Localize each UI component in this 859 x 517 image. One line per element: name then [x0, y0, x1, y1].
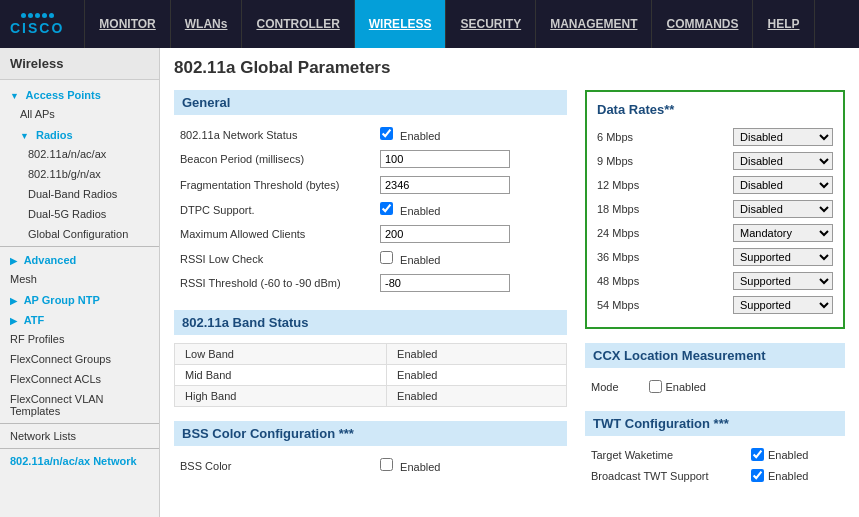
twt-section: TWT Configuration *** Target Waketime En… — [585, 411, 845, 486]
band-row-low: Low Band Enabled — [175, 344, 567, 365]
bss-color-form: BSS Color Enabled — [174, 454, 567, 477]
general-header: General — [174, 90, 567, 115]
nav-wlans[interactable]: WLANs — [171, 0, 243, 48]
field-label-rssi-low: RSSI Low Check — [174, 247, 374, 270]
rate-label-12: 12 Mbps — [597, 179, 667, 191]
rate-row-12: 12 Mbps DisabledMandatorySupported — [597, 173, 833, 197]
checkbox-ccx-mode[interactable] — [649, 380, 662, 393]
band-status-high: Enabled — [387, 386, 567, 407]
checkbox-target-waketime[interactable] — [751, 448, 764, 461]
rate-select-48[interactable]: DisabledMandatorySupported — [733, 272, 833, 290]
nav-help[interactable]: HELP — [753, 0, 814, 48]
page-title: 802.11a Global Parameters — [174, 58, 845, 78]
field-value-rssi-low: Enabled — [374, 247, 567, 270]
triangle-icon: ▼ — [10, 91, 19, 101]
sidebar-item-80211b[interactable]: 802.11b/g/n/ax — [0, 164, 159, 184]
input-max-clients[interactable] — [380, 225, 510, 243]
sidebar-item-radios[interactable]: ▼ Radios — [0, 124, 159, 144]
input-fragmentation[interactable] — [380, 176, 510, 194]
checkbox-dtpc[interactable] — [380, 202, 393, 215]
rate-label-18: 18 Mbps — [597, 203, 667, 215]
band-label-low: Low Band — [175, 344, 387, 365]
bss-color-value: Enabled — [374, 454, 567, 477]
band-row-high: High Band Enabled — [175, 386, 567, 407]
rate-row-48: 48 Mbps DisabledMandatorySupported — [597, 269, 833, 293]
sidebar-item-all-aps[interactable]: All APs — [0, 104, 159, 124]
sidebar-section: ▼ Access Points All APs ▼ Radios 802.11a… — [0, 80, 159, 475]
rate-select-12[interactable]: DisabledMandatorySupported — [733, 176, 833, 194]
nav-menu: MONITOR WLANs CONTROLLER WIRELESS SECURI… — [84, 0, 859, 48]
rate-select-18[interactable]: DisabledMandatorySupported — [733, 200, 833, 218]
band-label-high: High Band — [175, 386, 387, 407]
rate-row-9: 9 Mbps DisabledMandatorySupported — [597, 149, 833, 173]
rate-select-6[interactable]: DisabledMandatorySupported — [733, 128, 833, 146]
sidebar-item-rf-profiles[interactable]: RF Profiles — [0, 329, 159, 349]
twt-label-broadcast: Broadcast TWT Support — [591, 470, 751, 482]
band-status-mid: Enabled — [387, 365, 567, 386]
twt-header: TWT Configuration *** — [585, 411, 845, 436]
field-rssi-threshold: RSSI Threshold (-60 to -90 dBm) — [174, 270, 567, 296]
sidebar-item-flexconnect-groups[interactable]: FlexConnect Groups — [0, 349, 159, 369]
twt-row-broadcast: Broadcast TWT Support Enabled — [585, 465, 845, 486]
triangle-icon-radios: ▼ — [20, 131, 29, 141]
data-rates-box: Data Rates** 6 Mbps DisabledMandatorySup… — [585, 90, 845, 329]
label-rssi-low: Enabled — [400, 254, 440, 266]
main-layout: Wireless ▼ Access Points All APs ▼ Radio… — [0, 48, 859, 517]
sidebar-item-ap-group-ntp[interactable]: ▶ AP Group NTP — [0, 289, 159, 309]
sidebar-item-flexconnect-vlan[interactable]: FlexConnect VLAN Templates — [0, 389, 159, 421]
input-rssi-threshold[interactable] — [380, 274, 510, 292]
sidebar-item-atf[interactable]: ▶ ATF — [0, 309, 159, 329]
checkbox-broadcast-twt[interactable] — [751, 469, 764, 482]
rate-select-36[interactable]: DisabledMandatorySupported — [733, 248, 833, 266]
field-value-max-clients — [374, 221, 567, 247]
bss-color-header: BSS Color Configuration *** — [174, 421, 567, 446]
field-label-network-status: 802.11a Network Status — [174, 123, 374, 146]
label-bss-color: Enabled — [400, 461, 440, 473]
twt-row-target: Target Waketime Enabled — [585, 444, 845, 465]
nav-monitor[interactable]: MONITOR — [84, 0, 170, 48]
general-form: 802.11a Network Status Enabled Beacon Pe… — [174, 123, 567, 296]
rate-row-18: 18 Mbps DisabledMandatorySupported — [597, 197, 833, 221]
rate-select-9[interactable]: DisabledMandatorySupported — [733, 152, 833, 170]
two-col-layout: General 802.11a Network Status Enabled B… — [174, 90, 845, 500]
band-status-low: Enabled — [387, 344, 567, 365]
nav-controller[interactable]: CONTROLLER — [242, 0, 354, 48]
sidebar-item-mesh[interactable]: Mesh — [0, 269, 159, 289]
band-row-mid: Mid Band Enabled — [175, 365, 567, 386]
cisco-dots — [21, 13, 54, 18]
sidebar-item-dual-5g[interactable]: Dual-5G Radios — [0, 204, 159, 224]
field-value-network-status: Enabled — [374, 123, 567, 146]
rate-select-24[interactable]: DisabledMandatorySupported — [733, 224, 833, 242]
input-beacon[interactable] — [380, 150, 510, 168]
nav-security[interactable]: SECURITY — [446, 0, 536, 48]
sidebar-item-network-lists[interactable]: Network Lists — [0, 426, 159, 446]
checkbox-rssi-low[interactable] — [380, 251, 393, 264]
checkbox-network-status[interactable] — [380, 127, 393, 140]
triangle-icon-ntp: ▶ — [10, 296, 17, 306]
sidebar-item-80211a[interactable]: 802.11a/n/ac/ax — [0, 144, 159, 164]
sidebar-item-access-points[interactable]: ▼ Access Points — [0, 84, 159, 104]
sidebar-item-dual-band[interactable]: Dual-Band Radios — [0, 184, 159, 204]
label-broadcast-twt: Enabled — [768, 470, 808, 482]
ccx-section: CCX Location Measurement Mode Enabled — [585, 343, 845, 397]
checkbox-bss-color[interactable] — [380, 458, 393, 471]
field-beacon-period: Beacon Period (millisecs) — [174, 146, 567, 172]
data-rates-title: Data Rates** — [597, 102, 833, 117]
rate-row-54: 54 Mbps DisabledMandatorySupported — [597, 293, 833, 317]
band-status-header: 802.11a Band Status — [174, 310, 567, 335]
sidebar-item-global-config[interactable]: Global Configuration — [0, 224, 159, 244]
top-header: CISCO MONITOR WLANs CONTROLLER WIRELESS … — [0, 0, 859, 48]
sidebar-title: Wireless — [0, 48, 159, 80]
nav-commands[interactable]: COMMANDS — [652, 0, 753, 48]
sidebar-item-flexconnect-acls[interactable]: FlexConnect ACLs — [0, 369, 159, 389]
field-label-rssi-threshold: RSSI Threshold (-60 to -90 dBm) — [174, 270, 374, 296]
sidebar-item-advanced[interactable]: ▶ Advanced — [0, 249, 159, 269]
cisco-logo-text: CISCO — [10, 20, 64, 36]
rate-select-54[interactable]: DisabledMandatorySupported — [733, 296, 833, 314]
nav-management[interactable]: MANAGEMENT — [536, 0, 652, 48]
rate-row-36: 36 Mbps DisabledMandatorySupported — [597, 245, 833, 269]
sidebar-item-80211a-network[interactable]: 802.11a/n/ac/ax Network — [0, 451, 159, 471]
nav-wireless[interactable]: WIRELESS — [355, 0, 447, 48]
field-dtpc: DTPC Support. Enabled — [174, 198, 567, 221]
content-area: 802.11a Global Parameters General 802.11… — [160, 48, 859, 517]
